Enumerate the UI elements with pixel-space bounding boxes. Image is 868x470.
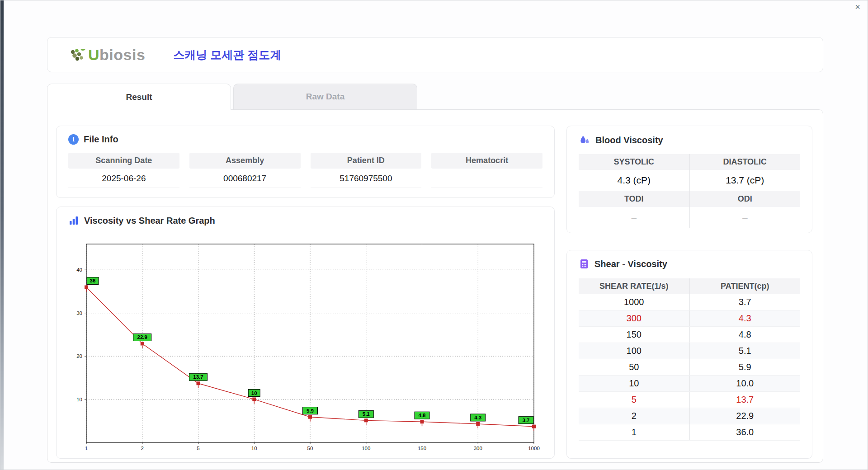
brand-first-letter: U bbox=[88, 46, 99, 63]
shear-rate-cell: 5 bbox=[579, 392, 690, 408]
field-value: 000680217 bbox=[189, 169, 301, 188]
graph-header: Viscosity vs Shear Rate Graph bbox=[57, 207, 554, 226]
file-info-field: Hematocrit bbox=[431, 153, 542, 188]
patient-cell: 5.9 bbox=[690, 359, 801, 375]
field-value: 51760975500 bbox=[311, 169, 422, 188]
table-row: 1005.1 bbox=[579, 343, 800, 359]
shear-rate-cell: 50 bbox=[579, 359, 690, 375]
patient-column-header: PATIENT(cp) bbox=[690, 278, 801, 294]
svg-text:20: 20 bbox=[76, 353, 82, 359]
tab-raw-data[interactable]: Raw Data bbox=[233, 84, 417, 109]
table-header-row: SHEAR RATE(1/s) PATIENT(cp) bbox=[579, 278, 800, 294]
svg-text:13.7: 13.7 bbox=[193, 374, 203, 380]
blood-viscosity-card: Blood Viscosity SYSTOLIC DIASTOLIC 4.3 (… bbox=[566, 126, 812, 233]
field-label: Assembly bbox=[189, 153, 301, 169]
brand-logo: Ubiosis bbox=[68, 46, 145, 64]
svg-text:10: 10 bbox=[251, 446, 257, 451]
patient-cell: 36.0 bbox=[690, 424, 801, 440]
shear-rate-cell: 100 bbox=[579, 343, 690, 359]
table-row: 513.7 bbox=[579, 392, 800, 408]
file-info-field: Assembly000680217 bbox=[189, 153, 301, 188]
graph-title: Viscosity vs Shear Rate Graph bbox=[84, 216, 215, 226]
shear-viscosity-card: Shear - Viscosity SHEAR RATE(1/s) PATIEN… bbox=[566, 250, 812, 459]
tab-result[interactable]: Result bbox=[47, 84, 231, 110]
blood-viscosity-header: Blood Viscosity bbox=[567, 126, 812, 146]
field-label: Scanning Date bbox=[68, 153, 179, 169]
bv-value-row: – – bbox=[579, 207, 800, 228]
svg-text:36: 36 bbox=[90, 278, 96, 283]
svg-text:3.7: 3.7 bbox=[523, 418, 530, 423]
file-info-header: i File Info bbox=[57, 126, 554, 145]
blood-viscosity-title: Blood Viscosity bbox=[595, 135, 663, 146]
file-info-field: Scanning Date2025-06-26 bbox=[68, 153, 179, 188]
table-row: 3004.3 bbox=[579, 310, 800, 327]
odi-value: – bbox=[690, 207, 801, 228]
blood-viscosity-grid: SYSTOLIC DIASTOLIC 4.3 (cP) 13.7 (cP) TO… bbox=[579, 154, 800, 228]
svg-text:10: 10 bbox=[76, 397, 82, 402]
field-label: Hematocrit bbox=[431, 153, 542, 169]
table-row: 1010.0 bbox=[579, 376, 800, 392]
diastolic-value: 13.7 (cP) bbox=[690, 170, 801, 191]
svg-text:1: 1 bbox=[85, 446, 88, 451]
brand-rest: biosis bbox=[99, 46, 145, 63]
diastolic-label: DIASTOLIC bbox=[690, 154, 801, 170]
bar-chart-icon bbox=[68, 215, 79, 226]
table-row: 136.0 bbox=[579, 424, 800, 441]
field-label: Patient ID bbox=[311, 153, 422, 169]
svg-text:40: 40 bbox=[76, 267, 82, 273]
table-row: 10003.7 bbox=[579, 294, 800, 310]
field-value: 2025-06-26 bbox=[68, 169, 179, 188]
svg-text:30: 30 bbox=[76, 310, 82, 316]
close-icon[interactable]: × bbox=[855, 2, 860, 11]
systolic-label: SYSTOLIC bbox=[579, 154, 690, 170]
file-info-card: i File Info Scanning Date2025-06-26Assem… bbox=[56, 126, 555, 198]
patient-cell: 5.1 bbox=[690, 343, 801, 359]
svg-text:10: 10 bbox=[251, 390, 257, 396]
shear-rate-cell: 1000 bbox=[579, 294, 690, 310]
shear-rate-cell: 10 bbox=[579, 376, 690, 391]
shear-viscosity-header: Shear - Viscosity bbox=[567, 250, 812, 269]
svg-text:150: 150 bbox=[418, 446, 426, 451]
shear-viscosity-table: SHEAR RATE(1/s) PATIENT(cp) 10003.73004.… bbox=[579, 278, 800, 441]
todi-value: – bbox=[579, 207, 690, 228]
svg-text:300: 300 bbox=[474, 446, 482, 451]
tab-bar: Result Raw Data bbox=[47, 84, 417, 110]
info-icon: i bbox=[68, 134, 79, 145]
odi-label: ODI bbox=[690, 191, 801, 207]
table-row: 505.9 bbox=[579, 359, 800, 376]
svg-text:50: 50 bbox=[307, 446, 313, 451]
svg-text:2: 2 bbox=[141, 446, 144, 451]
patient-cell: 3.7 bbox=[690, 294, 801, 310]
shear-viscosity-rows: 10003.73004.31504.81005.1505.91010.0513.… bbox=[579, 294, 800, 441]
svg-text:100: 100 bbox=[362, 446, 370, 451]
bv-value-row: 4.3 (cP) 13.7 (cP) bbox=[579, 170, 800, 191]
calculator-icon bbox=[579, 258, 590, 269]
main-panel: i File Info Scanning Date2025-06-26Assem… bbox=[47, 109, 823, 463]
todi-label: TODI bbox=[579, 191, 690, 207]
page-title: 스캐닝 모세관 점도계 bbox=[173, 47, 281, 62]
svg-text:5: 5 bbox=[197, 446, 199, 451]
file-info-title: File Info bbox=[84, 134, 118, 145]
shear-rate-column-header: SHEAR RATE(1/s) bbox=[579, 278, 690, 294]
shear-rate-cell: 150 bbox=[579, 327, 690, 343]
field-value bbox=[431, 169, 542, 188]
svg-text:5.1: 5.1 bbox=[363, 411, 370, 417]
file-info-fields: Scanning Date2025-06-26Assembly000680217… bbox=[68, 153, 542, 188]
file-info-field: Patient ID51760975500 bbox=[311, 153, 422, 188]
left-edge-strip bbox=[0, 0, 4, 470]
table-row: 1504.8 bbox=[579, 327, 800, 343]
logo-berries-icon bbox=[68, 47, 86, 62]
svg-text:4.3: 4.3 bbox=[474, 415, 481, 420]
patient-cell: 10.0 bbox=[690, 376, 801, 391]
patient-cell: 22.9 bbox=[690, 408, 801, 424]
brand-name: Ubiosis bbox=[88, 46, 145, 64]
shear-viscosity-title: Shear - Viscosity bbox=[594, 259, 667, 269]
shear-rate-cell: 1 bbox=[579, 424, 690, 440]
bv-label-row: SYSTOLIC DIASTOLIC bbox=[579, 154, 800, 170]
svg-text:5.9: 5.9 bbox=[307, 408, 314, 414]
patient-cell: 4.3 bbox=[690, 310, 801, 326]
svg-text:1000: 1000 bbox=[528, 446, 540, 451]
systolic-value: 4.3 (cP) bbox=[579, 170, 690, 191]
svg-text:22.9: 22.9 bbox=[137, 334, 147, 340]
shear-rate-cell: 2 bbox=[579, 408, 690, 424]
